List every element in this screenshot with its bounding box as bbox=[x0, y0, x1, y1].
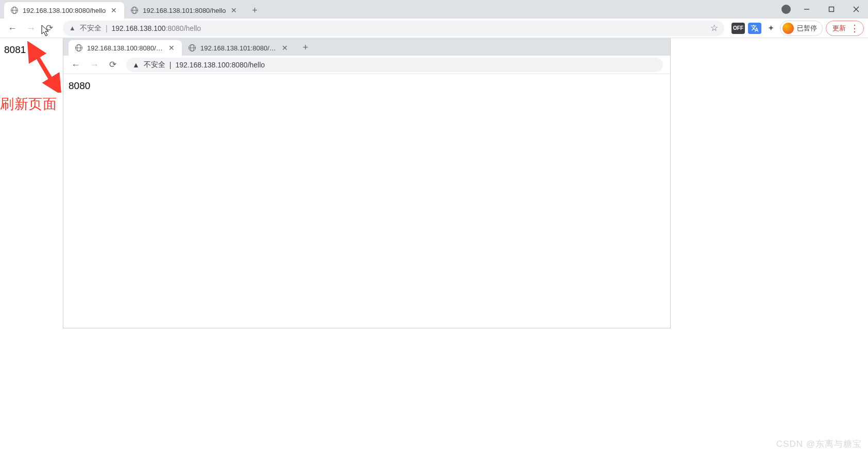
warning-icon: ▲ bbox=[69, 24, 76, 32]
new-tab-button[interactable]: + bbox=[298, 40, 313, 55]
outer-toolbar: ← → ⟳ ▲ 不安全 | 192.168.138.100:8080/hello… bbox=[0, 19, 868, 38]
tab-title: 192.168.138.100:8080/hello bbox=[87, 44, 163, 52]
update-pill[interactable]: 更新 ⋮ bbox=[826, 21, 864, 36]
url-text: 192.168.138.100:8080/hello bbox=[176, 61, 265, 69]
inner-tab-1[interactable]: 192.168.138.100:8080/hello ✕ bbox=[69, 40, 182, 56]
extensions-row: OFF ✦ 已暂停 更新 ⋮ bbox=[731, 21, 864, 36]
outer-tab-bar: 192.168.138.100:8080/hello ✕ 192.168.138… bbox=[0, 0, 868, 19]
outer-page-content: 8081 刷新页面，根据反向代理算法访问不同的web服务器 192.168.13… bbox=[0, 38, 868, 455]
extensions-icon[interactable]: ✦ bbox=[764, 23, 777, 33]
menu-dots-icon: ⋮ bbox=[850, 24, 859, 33]
separator: | bbox=[106, 24, 108, 32]
back-button[interactable]: ← bbox=[4, 20, 21, 37]
close-icon[interactable]: ✕ bbox=[281, 44, 289, 52]
close-window-button[interactable] bbox=[844, 1, 868, 18]
outer-tab-2[interactable]: 192.168.138.101:8080/hello ✕ bbox=[124, 2, 244, 19]
avatar-icon bbox=[782, 23, 794, 34]
profile-pill[interactable]: 已暂停 bbox=[780, 21, 823, 36]
inner-page-body: 8080 bbox=[63, 74, 670, 98]
tab-title: 192.168.138.100:8080/hello bbox=[23, 7, 106, 14]
svg-rect-1 bbox=[829, 7, 834, 12]
forward-button[interactable]: → bbox=[86, 57, 103, 73]
globe-icon bbox=[130, 6, 139, 14]
address-bar[interactable]: ▲ 不安全 | 192.168.138.100:8080/hello bbox=[126, 58, 663, 72]
insecure-label: 不安全 bbox=[80, 24, 101, 33]
outer-tab-1[interactable]: 192.168.138.100:8080/hello ✕ bbox=[4, 2, 124, 19]
close-icon[interactable]: ✕ bbox=[110, 6, 118, 14]
close-icon[interactable]: ✕ bbox=[230, 6, 238, 14]
inner-toolbar: ← → ⟳ ▲ 不安全 | 192.168.138.100:8080/hello bbox=[63, 56, 670, 74]
warning-icon: ▲ bbox=[132, 61, 140, 69]
account-circle-icon[interactable] bbox=[781, 5, 791, 14]
minimize-button[interactable] bbox=[795, 1, 819, 18]
forward-button[interactable]: → bbox=[23, 20, 39, 37]
extension-off-badge[interactable]: OFF bbox=[731, 23, 745, 34]
new-tab-button[interactable]: + bbox=[247, 3, 262, 18]
url-text: 192.168.138.100:8080/hello bbox=[112, 24, 201, 32]
back-button[interactable]: ← bbox=[67, 57, 84, 73]
close-icon[interactable]: ✕ bbox=[167, 44, 176, 52]
inner-tab-2[interactable]: 192.168.138.101:8080/hello ✕ bbox=[182, 40, 295, 56]
maximize-button[interactable] bbox=[820, 1, 843, 18]
arrows-annotation-icon bbox=[23, 41, 64, 93]
update-label: 更新 bbox=[832, 24, 846, 33]
globe-icon bbox=[10, 6, 19, 14]
bookmark-star-icon[interactable]: ☆ bbox=[710, 23, 718, 33]
watermark: CSDN @东离与糖宝 bbox=[776, 438, 862, 450]
inner-tab-bar: 192.168.138.100:8080/hello ✕ 192.168.138… bbox=[63, 38, 670, 56]
globe-icon bbox=[188, 44, 196, 52]
insecure-label: 不安全 bbox=[144, 60, 165, 69]
window-controls bbox=[781, 0, 868, 19]
reload-button[interactable]: ⟳ bbox=[105, 57, 121, 73]
profile-label: 已暂停 bbox=[797, 24, 817, 33]
translate-icon[interactable] bbox=[748, 23, 761, 34]
separator: | bbox=[169, 61, 172, 69]
tab-title: 192.168.138.101:8080/hello bbox=[200, 44, 277, 52]
inner-browser-window: 192.168.138.100:8080/hello ✕ 192.168.138… bbox=[63, 38, 671, 328]
svg-line-5 bbox=[33, 48, 59, 91]
globe-icon bbox=[75, 44, 83, 52]
address-bar[interactable]: ▲ 不安全 | 192.168.138.100:8080/hello ☆ bbox=[63, 21, 724, 36]
tab-title: 192.168.138.101:8080/hello bbox=[143, 7, 226, 14]
reload-button[interactable]: ⟳ bbox=[41, 20, 58, 37]
